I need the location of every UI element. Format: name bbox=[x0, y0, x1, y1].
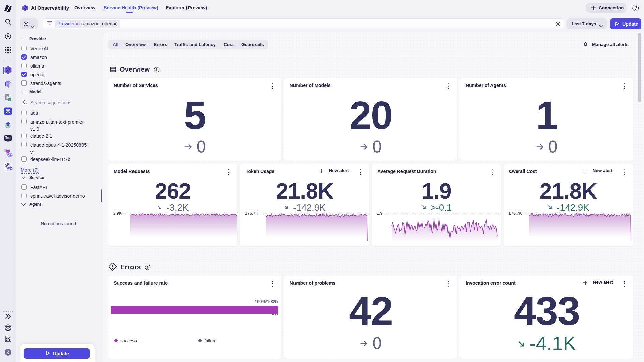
svg-text:NEW: NEW bbox=[7, 168, 12, 170]
svg-text:NEW: NEW bbox=[7, 154, 12, 156]
